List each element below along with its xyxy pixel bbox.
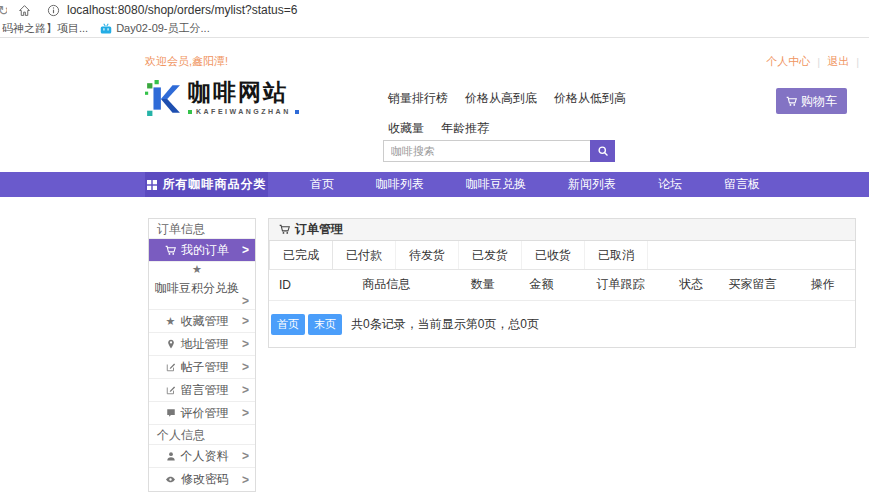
sidebar-item-messages[interactable]: 留言管理 > xyxy=(149,379,255,402)
orders-panel-title: 订单管理 xyxy=(295,221,343,238)
divider: | xyxy=(856,56,859,68)
url-row: ↻ localhost:8080/shop/orders/mylist?stat… xyxy=(0,0,869,20)
tab-shipped[interactable]: 已发货 xyxy=(459,241,522,269)
col-id: ID xyxy=(269,270,316,300)
sidebar-item-address[interactable]: 地址管理 > xyxy=(149,333,255,356)
tv-icon xyxy=(100,23,112,35)
sort-by-age[interactable]: 年龄推荐 xyxy=(441,120,489,137)
category-menu[interactable]: 所有咖啡商品分类 xyxy=(145,172,268,197)
blue-square-icon xyxy=(295,110,299,114)
nav-forum[interactable]: 论坛 xyxy=(644,172,696,197)
bookmark-2[interactable]: Day02-09-员工分... xyxy=(100,21,210,36)
first-page-button[interactable]: 首页 xyxy=(271,314,305,335)
sort-by-sales[interactable]: 销量排行榜 xyxy=(388,90,448,107)
chevron-right-icon: > xyxy=(242,294,249,308)
nav-links: 首页 咖啡列表 咖啡豆兑换 新闻列表 论坛 留言板 xyxy=(296,172,788,197)
chevron-right-icon: > xyxy=(242,473,249,487)
last-page-button[interactable]: 末页 xyxy=(308,314,342,335)
site-info-icon[interactable] xyxy=(47,4,60,17)
pagination: 首页 末页 共0条记录，当前显示第0页，总0页 xyxy=(269,301,855,347)
nav-bean-exchange[interactable]: 咖啡豆兑换 xyxy=(452,172,540,197)
chevron-right-icon: > xyxy=(242,314,249,328)
site-title: 咖啡网站 xyxy=(188,81,299,104)
user-links: 个人中心 | 退出 | xyxy=(766,54,859,69)
col-order-tracking: 订单跟踪 xyxy=(574,270,668,300)
col-product-info: 商品信息 xyxy=(316,270,457,300)
bookmark-1-label: 码神之路】项目... xyxy=(2,21,88,36)
orders-table: ID 商品信息 数量 金额 订单跟踪 状态 买家留言 操作 xyxy=(269,270,855,301)
sidebar-item-reviews[interactable]: 评价管理 > xyxy=(149,402,255,425)
edit-icon xyxy=(166,362,176,372)
chevron-right-icon: > xyxy=(242,406,249,420)
chevron-right-icon: > xyxy=(242,243,249,257)
tab-cancelled[interactable]: 已取消 xyxy=(585,241,648,269)
edit-icon xyxy=(166,385,176,395)
search-button[interactable] xyxy=(590,140,615,162)
sort-price-desc[interactable]: 价格从高到底 xyxy=(465,90,537,107)
nav-news-list[interactable]: 新闻列表 xyxy=(554,172,630,197)
sidebar-item-my-orders[interactable]: 我的订单 > xyxy=(149,239,255,262)
col-actions: 操作 xyxy=(790,270,855,300)
site-subtitle-row: KAFEIWANGZHAN xyxy=(188,108,299,115)
tab-received[interactable]: 已收货 xyxy=(522,241,585,269)
bookmark-2-label: Day02-09-员工分... xyxy=(116,21,210,36)
comment-icon xyxy=(166,408,176,418)
tab-completed[interactable]: 已完成 xyxy=(269,241,333,269)
sidebar-item-points-exchange[interactable]: ★ 咖啡豆积分兑换 > xyxy=(149,262,255,310)
nav-coffee-list[interactable]: 咖啡列表 xyxy=(362,172,438,197)
orders-table-header-row: ID 商品信息 数量 金额 订单跟踪 状态 买家留言 操作 xyxy=(269,270,855,300)
sidebar-section-orders: 订单信息 xyxy=(149,219,255,239)
divider: | xyxy=(817,56,820,68)
tab-to-ship[interactable]: 待发货 xyxy=(396,241,459,269)
sidebar-item-label: 咖啡豆积分兑换 xyxy=(155,280,239,297)
nav-message-board[interactable]: 留言板 xyxy=(710,172,774,197)
cart-button[interactable]: 购物车 xyxy=(776,88,847,114)
sidebar-item-password[interactable]: 修改密码 > xyxy=(149,468,255,491)
welcome-message: 欢迎会员,鑫阳潭! xyxy=(145,54,228,69)
search-input[interactable] xyxy=(383,140,590,162)
logo-k-icon xyxy=(145,80,181,116)
sidebar: 订单信息 我的订单 > ★ 咖啡豆积分兑换 > ★ 收藏管理 > 地址管理 > xyxy=(148,218,256,492)
cart-icon xyxy=(279,224,290,235)
pagination-summary: 共0条记录，当前显示第0页，总0页 xyxy=(351,316,539,333)
logo-text: 咖啡网站 KAFEIWANGZHAN xyxy=(188,81,299,115)
col-buyer-message: 买家留言 xyxy=(714,270,790,300)
sidebar-item-label: 我的订单 xyxy=(181,242,229,259)
star-icon: ★ xyxy=(166,316,176,327)
order-status-tabs: 已完成 已付款 待发货 已发货 已收货 已取消 xyxy=(269,241,855,270)
sidebar-item-label: 留言管理 xyxy=(181,382,229,399)
address-bar[interactable]: localhost:8080/shop/orders/mylist?status… xyxy=(67,3,297,17)
bookmark-1[interactable]: 码神之路】项目... xyxy=(2,21,88,36)
sidebar-item-label: 个人资料 xyxy=(181,448,229,465)
grid-icon xyxy=(147,180,157,190)
home-icon[interactable] xyxy=(18,4,31,17)
nav-home[interactable]: 首页 xyxy=(296,172,348,197)
sidebar-item-label: 修改密码 xyxy=(181,471,229,488)
star-icon: ★ xyxy=(192,264,202,275)
sort-by-favorites[interactable]: 收藏量 xyxy=(388,120,424,137)
sort-price-asc[interactable]: 价格从低到高 xyxy=(554,90,626,107)
sidebar-item-favorites[interactable]: ★ 收藏管理 > xyxy=(149,310,255,333)
chevron-right-icon: > xyxy=(242,360,249,374)
user-icon xyxy=(166,451,176,461)
sidebar-item-label: 帖子管理 xyxy=(181,359,229,376)
bookmarks-bar: 码神之路】项目... Day02-09-员工分... xyxy=(0,20,869,37)
profile-link[interactable]: 个人中心 xyxy=(766,54,810,69)
col-amount: 金额 xyxy=(509,270,573,300)
site-logo[interactable]: 咖啡网站 KAFEIWANGZHAN xyxy=(145,80,299,116)
tab-paid[interactable]: 已付款 xyxy=(333,241,396,269)
site-subtitle: KAFEIWANGZHAN xyxy=(196,108,291,115)
sidebar-item-label: 收藏管理 xyxy=(180,313,228,330)
logout-link[interactable]: 退出 xyxy=(827,54,849,69)
sidebar-item-posts[interactable]: 帖子管理 > xyxy=(149,356,255,379)
sidebar-item-profile[interactable]: 个人资料 > xyxy=(149,445,255,468)
sidebar-section-personal: 个人信息 xyxy=(149,425,255,445)
eye-icon xyxy=(165,474,176,485)
orders-panel-header: 订单管理 xyxy=(269,219,855,241)
refresh-icon[interactable]: ↻ xyxy=(0,4,7,17)
chevron-right-icon: > xyxy=(242,449,249,463)
col-status: 状态 xyxy=(667,270,714,300)
col-quantity: 数量 xyxy=(457,270,510,300)
cart-button-label: 购物车 xyxy=(801,93,837,110)
green-square-icon xyxy=(188,110,192,114)
